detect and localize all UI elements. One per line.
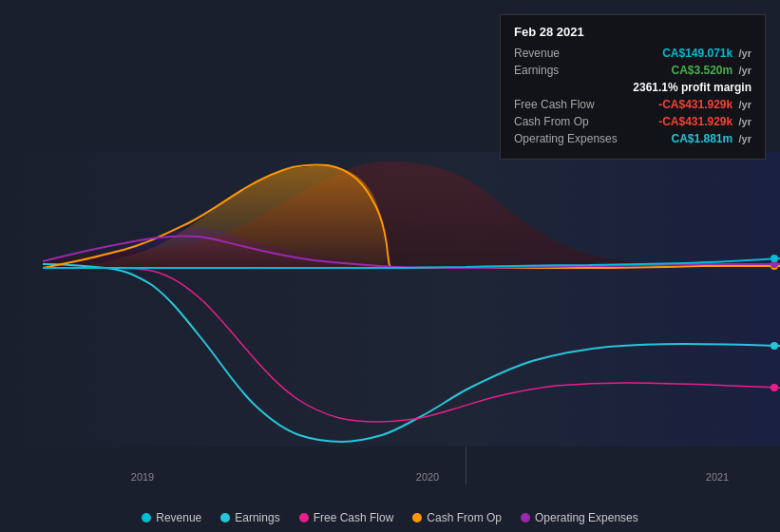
legend-earnings-dot — [220, 513, 230, 522]
legend-earnings: Earnings — [220, 511, 279, 524]
legend-fcf-label: Free Cash Flow — [314, 511, 394, 524]
x-label-2021: 2021 — [706, 471, 729, 483]
legend-fcf: Free Cash Flow — [299, 511, 394, 524]
tooltip-cashfromop-value: -CA$431.929k /yr — [658, 115, 751, 128]
tooltip-opex-value: CA$1.881m /yr — [671, 132, 751, 145]
chart-svg — [0, 152, 780, 446]
legend-earnings-label: Earnings — [235, 511, 279, 524]
tooltip-earnings-label: Earnings — [514, 64, 628, 77]
x-label-2019: 2019 — [131, 471, 154, 483]
legend-cashfromop: Cash From Op — [412, 511, 502, 524]
legend-cashfromop-dot — [412, 513, 422, 522]
tooltip-revenue-label: Revenue — [514, 47, 628, 60]
tooltip-revenue-value: CA$149.071k /yr — [662, 47, 751, 60]
legend-opex: Operating Expenses — [521, 511, 638, 524]
tooltip-margin-value: 2361.1% profit margin — [633, 81, 751, 94]
earnings-dot — [770, 342, 778, 350]
tooltip-opex-label: Operating Expenses — [514, 132, 628, 145]
tooltip-cashfromop-row: Cash From Op -CA$431.929k /yr — [514, 115, 751, 128]
data-tooltip: Feb 28 2021 Revenue CA$149.071k /yr Earn… — [500, 14, 766, 160]
tooltip-earnings-row: Earnings CA$3.520m /yr — [514, 64, 751, 77]
legend-fcf-dot — [299, 513, 309, 522]
legend-opex-dot — [521, 513, 530, 522]
tooltip-fcf-label: Free Cash Flow — [514, 98, 628, 111]
fcf-dot — [770, 384, 778, 391]
tooltip-revenue-row: Revenue CA$149.071k /yr — [514, 47, 751, 60]
tooltip-fcf-value: -CA$431.929k /yr — [658, 98, 751, 111]
tooltip-margin-row: 2361.1% profit margin — [514, 81, 751, 94]
legend-revenue: Revenue — [142, 511, 201, 524]
tooltip-cashfromop-label: Cash From Op — [514, 115, 628, 128]
legend-revenue-label: Revenue — [156, 511, 201, 524]
legend-cashfromop-label: Cash From Op — [427, 511, 502, 524]
x-label-2020: 2020 — [416, 471, 439, 483]
legend-revenue-dot — [142, 513, 151, 522]
tooltip-title: Feb 28 2021 — [514, 25, 751, 39]
tooltip-opex-row: Operating Expenses CA$1.881m /yr — [514, 132, 751, 145]
revenue-dot — [770, 255, 778, 262]
chart-legend: Revenue Earnings Free Cash Flow Cash Fro… — [0, 511, 780, 524]
legend-opex-label: Operating Expenses — [535, 511, 638, 524]
tooltip-fcf-row: Free Cash Flow -CA$431.929k /yr — [514, 98, 751, 111]
tooltip-earnings-value: CA$3.520m /yr — [671, 64, 751, 77]
